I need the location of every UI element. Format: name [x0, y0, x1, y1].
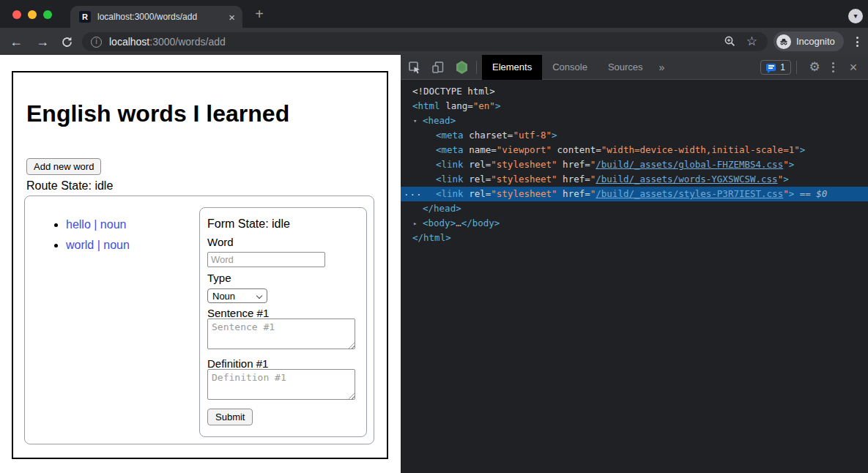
- reload-button[interactable]: [57, 32, 76, 51]
- device-toolbar-button[interactable]: [429, 58, 448, 77]
- app-container: English words I learned Add new word Rou…: [12, 71, 388, 459]
- bookmark-star-icon[interactable]: ☆: [746, 35, 757, 48]
- word-link[interactable]: hello | noun: [66, 218, 126, 231]
- word-label: Word: [207, 236, 234, 248]
- code-token-val: "width=device-width,initial-scale=1": [601, 144, 800, 155]
- magnifier-plus-icon: [724, 35, 736, 48]
- issues-count: 1: [780, 62, 785, 72]
- toolbar-divider: [476, 61, 477, 74]
- submit-button[interactable]: Submit: [207, 409, 253, 425]
- code-token-tag: <link: [436, 159, 464, 170]
- code-token-tag: <link: [436, 174, 464, 185]
- code-token-val: "en": [473, 100, 495, 111]
- code-token-attr: charset=: [464, 130, 513, 141]
- inspect-element-button[interactable]: [405, 58, 424, 77]
- type-label: Type: [207, 272, 231, 284]
- definition-textarea[interactable]: [207, 369, 355, 400]
- code-line[interactable]: <link rel="stylesheet" href="/build/_ass…: [401, 157, 868, 172]
- code-token-attr: rel=: [464, 188, 492, 199]
- address-bar[interactable]: i localhost:3000/words/add ☆: [82, 32, 768, 51]
- code-line[interactable]: ▸<body>…</body>: [401, 216, 868, 231]
- incognito-badge: Incognito: [774, 31, 844, 51]
- zoom-page-button[interactable]: [724, 35, 736, 48]
- code-line[interactable]: <meta name="viewport" content="width=dev…: [401, 143, 868, 157]
- form-state-text: Form State: idle: [207, 217, 290, 231]
- words-panel: hello | nounworld | noun Form State: idl…: [24, 195, 374, 444]
- forward-button[interactable]: →: [33, 32, 52, 51]
- toolbar-divider: [796, 61, 797, 74]
- code-token-link[interactable]: /build/_assets/global-FHZEMBS4.css: [596, 159, 783, 170]
- window-minimize-button[interactable]: [28, 10, 37, 19]
- code-token-tag: <html: [412, 100, 440, 111]
- code-line[interactable]: <!DOCTYPE html>: [401, 84, 868, 99]
- code-token-link[interactable]: /build/_assets/words-YGXSWCSW.css: [596, 174, 777, 185]
- code-line[interactable]: <html lang="en">: [401, 99, 868, 113]
- devtools-tab-elements[interactable]: Elements: [482, 55, 542, 80]
- message-bubble-icon: [766, 64, 776, 71]
- site-info-icon[interactable]: i: [91, 37, 102, 48]
- more-tabs-button[interactable]: »: [653, 62, 671, 73]
- code-line[interactable]: </html>: [401, 231, 868, 245]
- code-token-link[interactable]: /build/_assets/styles-P3R7IEST.css: [596, 188, 783, 199]
- code-token-attr: content=: [552, 144, 601, 155]
- add-word-form: Form State: idle Word Type Noun Sentence…: [199, 207, 367, 437]
- code-line[interactable]: <meta charset="utf-8">: [401, 128, 868, 143]
- word-input[interactable]: [207, 252, 325, 267]
- web-page: English words I learned Add new word Rou…: [0, 55, 401, 473]
- remix-favicon-icon: R: [79, 11, 91, 23]
- window-close-button[interactable]: [12, 10, 21, 19]
- collapse-arrow-icon[interactable]: ▾: [413, 113, 417, 128]
- browser-tab[interactable]: R localhost:3000/words/add ×: [70, 6, 242, 28]
- window-zoom-button[interactable]: [43, 10, 52, 19]
- new-tab-button[interactable]: +: [251, 5, 268, 23]
- settings-gear-icon[interactable]: ⚙: [805, 60, 824, 75]
- code-token-tag: <meta: [436, 130, 464, 141]
- sentence-label: Sentence #1: [207, 307, 269, 319]
- code-token-attr: rel=: [464, 174, 492, 185]
- expand-arrow-icon[interactable]: ▸: [413, 216, 417, 231]
- devtools-close-icon[interactable]: ×: [843, 60, 864, 75]
- issues-counter-button[interactable]: 1: [760, 60, 791, 75]
- devtools-menu-button[interactable]: [826, 58, 840, 77]
- code-token-tag: >: [783, 174, 789, 185]
- code-token-tag: </html>: [412, 232, 451, 243]
- tab-close-icon[interactable]: ×: [229, 12, 235, 23]
- sentence-textarea[interactable]: [207, 319, 355, 349]
- code-token-attr: rel=: [464, 159, 492, 170]
- code-token-ellipsis: …: [456, 217, 461, 228]
- word-link[interactable]: world | noun: [66, 239, 130, 251]
- url-host: localhost: [109, 36, 149, 48]
- devtools-panel: ElementsConsoleSources » 1 ⚙ × <!DOCTYPE…: [401, 55, 868, 473]
- line-gutter-dots: ...: [404, 185, 423, 200]
- type-select-value: Noun: [212, 291, 235, 302]
- back-button[interactable]: ←: [7, 32, 26, 51]
- code-token-tag: <body>: [423, 217, 456, 228]
- code-line[interactable]: <link rel="stylesheet" href="/build/_ass…: [401, 172, 868, 187]
- devtools-tab-sources[interactable]: Sources: [598, 55, 653, 80]
- tab-search-chevron-icon[interactable]: ▾: [848, 9, 863, 23]
- code-token-attr: href=: [557, 159, 590, 170]
- kebab-icon: [832, 62, 834, 64]
- tab-strip: R localhost:3000/words/add × + ▾: [0, 0, 868, 28]
- code-token-val: ": [783, 159, 789, 170]
- code-line[interactable]: </head>: [401, 201, 868, 216]
- route-state-text: Route State: idle: [26, 179, 113, 193]
- devtools-tab-console[interactable]: Console: [542, 55, 598, 80]
- code-line-selected[interactable]: ...<link rel="stylesheet" href="/build/_…: [401, 187, 868, 201]
- code-token-val: "stylesheet": [491, 159, 557, 170]
- code-token-val: "stylesheet": [491, 188, 557, 199]
- word-list-item: world | noun: [66, 239, 130, 252]
- device-toolbar-icon: [431, 61, 445, 74]
- reload-icon: [61, 36, 73, 48]
- browser-menu-button[interactable]: [850, 32, 864, 51]
- inspect-cursor-icon: [408, 61, 421, 74]
- code-token-tag: <head>: [423, 115, 456, 126]
- code-token-plain: <!DOCTYPE html>: [412, 86, 495, 97]
- code-line[interactable]: ▾<head>: [401, 113, 868, 128]
- node-extension-button[interactable]: [452, 58, 471, 77]
- add-new-word-button[interactable]: Add new word: [26, 158, 101, 175]
- devtools-tabs: ElementsConsoleSources: [482, 55, 653, 80]
- type-select[interactable]: Noun: [207, 288, 267, 303]
- code-token-attr: lang=: [440, 100, 473, 111]
- code-token-tag: >: [800, 144, 806, 155]
